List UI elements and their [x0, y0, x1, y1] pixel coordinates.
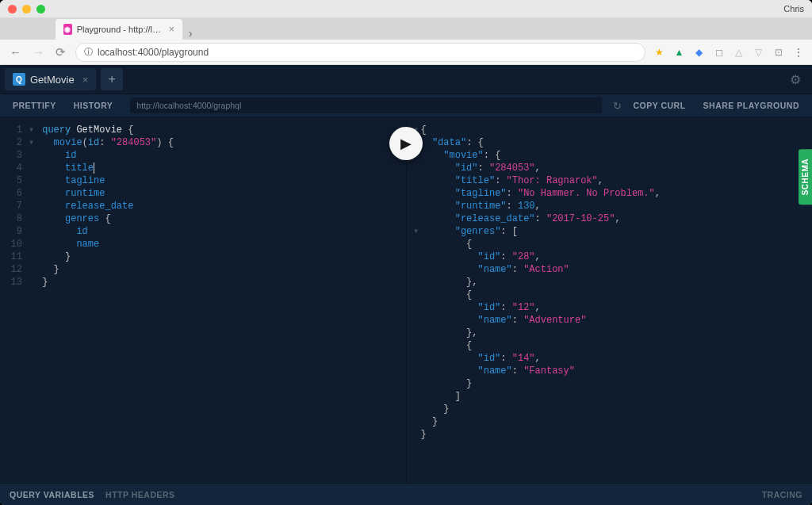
browser-window: Chris ◉ Playground - http://localhost:4 … [0, 0, 812, 505]
query-tab-name: GetMovie [30, 74, 75, 86]
playground-tabstrip: Q GetMovie × + ⚙ [0, 65, 812, 94]
playground-toolbar: PRETTIFY HISTORY http://localhost:4000/g… [0, 94, 812, 117]
http-headers-tab[interactable]: HTTP HEADERS [105, 490, 174, 499]
extension-icon[interactable]: ◆ [693, 46, 705, 58]
window-titlebar: Chris [0, 0, 812, 17]
close-query-tab-icon[interactable]: × [82, 74, 89, 86]
gdrive-icon[interactable]: ▲ [673, 46, 685, 58]
run-query-button[interactable]: ▶ [389, 127, 423, 160]
browser-addressbar: ← → ⟳ ⓘ localhost:4000/playground ★ ▲ ◆ … [0, 40, 812, 65]
browser-tabstrip: ◉ Playground - http://localhost:4 × › [0, 17, 812, 40]
forward-button[interactable]: → [31, 45, 46, 59]
extension-icon[interactable]: ▽ [753, 46, 764, 58]
settings-gear-icon[interactable]: ⚙ [790, 72, 801, 87]
extension-icon[interactable]: △ [733, 46, 745, 58]
extension-icon[interactable]: ⊡ [772, 46, 784, 58]
query-tab[interactable]: Q GetMovie × [5, 68, 96, 90]
url-input[interactable]: ⓘ localhost:4000/playground [75, 43, 645, 62]
browser-tab[interactable]: ◉ Playground - http://localhost:4 × [56, 19, 182, 40]
minimize-window-button[interactable] [22, 5, 31, 13]
query-icon: Q [13, 73, 25, 86]
share-playground-button[interactable]: SHARE PLAYGROUND [697, 98, 806, 113]
reload-button[interactable]: ⟳ [54, 45, 67, 59]
query-editor[interactable]: 1▾ query GetMovie { 2▾ movie(id: "284053… [0, 117, 407, 483]
copy-curl-button[interactable]: COPY CURL [626, 98, 691, 113]
new-tab-button[interactable]: › [182, 27, 199, 40]
endpoint-input[interactable]: http://localhost:4000/graphql [130, 98, 602, 113]
editors-container: 1▾ query GetMovie { 2▾ movie(id: "284053… [0, 117, 812, 483]
close-tab-icon[interactable]: × [169, 24, 174, 35]
prettify-button[interactable]: PRETTIFY [6, 98, 63, 113]
endpoint-url: http://localhost:4000/graphql [136, 101, 241, 110]
response-viewer[interactable]: ▾{ ▾ "data": { ▾ "movie": { "id": "28405… [407, 117, 813, 483]
extension-icons: ▲ ◆ ◻ △ ▽ ⊡ ⋮ [673, 46, 804, 58]
favicon-icon: ◉ [63, 24, 72, 35]
browser-menu-icon[interactable]: ⋮ [792, 46, 804, 58]
history-button[interactable]: HISTORY [67, 98, 120, 113]
playground-app: Q GetMovie × + ⚙ PRETTIFY HISTORY http:/… [0, 65, 812, 505]
playground-footer: QUERY VARIABLES HTTP HEADERS TRACING [0, 483, 812, 505]
extension-icon[interactable]: ◻ [713, 46, 725, 58]
schema-tab[interactable]: SCHEMA [799, 149, 812, 205]
maximize-window-button[interactable] [36, 5, 45, 13]
url-text: localhost:4000/playground [98, 47, 209, 58]
traffic-lights [8, 5, 45, 13]
site-info-icon[interactable]: ⓘ [84, 46, 93, 58]
browser-tab-title: Playground - http://localhost:4 [77, 25, 164, 34]
new-query-tab-button[interactable]: + [101, 68, 123, 90]
profile-name[interactable]: Chris [783, 4, 804, 13]
reload-schema-icon[interactable]: ↻ [613, 100, 622, 112]
bookmark-star-icon[interactable]: ★ [653, 46, 665, 58]
tracing-tab[interactable]: TRACING [762, 490, 802, 499]
back-button[interactable]: ← [8, 45, 23, 59]
query-variables-tab[interactable]: QUERY VARIABLES [10, 490, 94, 499]
close-window-button[interactable] [8, 5, 17, 13]
